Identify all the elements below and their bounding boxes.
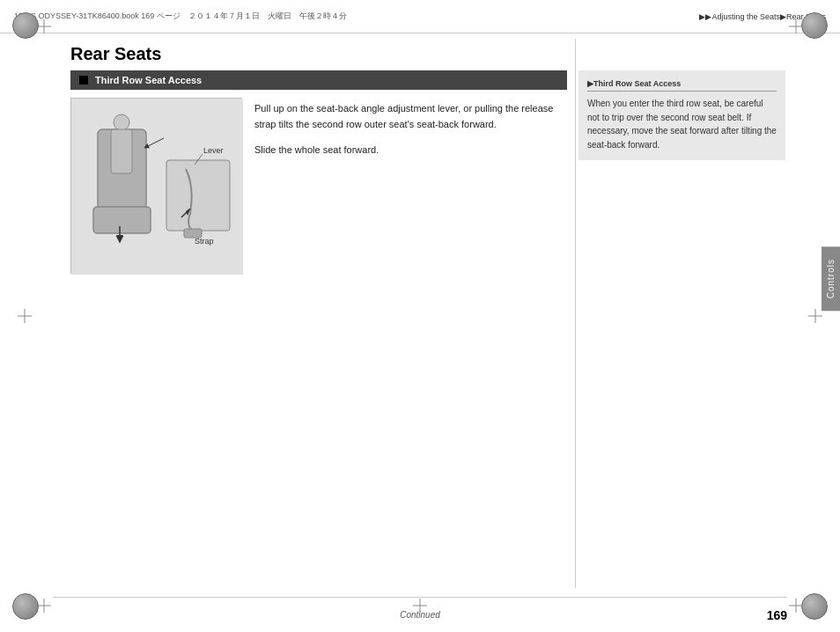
svg-rect-18 (111, 129, 132, 173)
paragraph-2: Slide the whole seat forward. (254, 143, 567, 158)
column-divider (575, 39, 576, 588)
seat-diagram-svg: Lever Strap (71, 99, 243, 275)
right-column: ▶Third Row Seat Access When you enter th… (578, 39, 785, 588)
bottom-bar: Continued 169 (53, 597, 787, 632)
paragraph-1: Pull up on the seat-back angle adjustmen… (254, 101, 567, 132)
svg-text:Lever: Lever (203, 146, 224, 155)
note-text: When you enter the third row seat, be ca… (587, 97, 777, 151)
deco-circle-br (801, 593, 828, 620)
body-text: Pull up on the seat-back angle adjustmen… (254, 98, 567, 274)
note-header: ▶Third Row Seat Access (587, 79, 777, 92)
svg-rect-16 (93, 207, 151, 233)
continued-label: Continued (298, 610, 542, 620)
seat-illustration: Lever Strap (70, 98, 242, 274)
section-icon (79, 76, 88, 85)
svg-rect-20 (166, 160, 230, 231)
left-column: Lever Strap (70, 92, 567, 588)
crosshair-left-mid (16, 307, 33, 325)
page-number: 169 (542, 608, 787, 622)
deco-circle-bl (12, 593, 39, 620)
page: 15 US ODYSSEY-31TK86400.book 169 ページ ２０１… (0, 0, 840, 632)
deco-circle-tl (12, 12, 39, 39)
header-meta: 15 US ODYSSEY-31TK86400.book 169 ページ ２０１… (14, 11, 699, 22)
page-title: Rear Seats (70, 44, 161, 64)
header: 15 US ODYSSEY-31TK86400.book 169 ページ ２０１… (0, 0, 840, 33)
svg-point-17 (114, 114, 129, 130)
note-box: ▶Third Row Seat Access When you enter th… (578, 70, 785, 160)
content-row: Lever Strap (70, 98, 567, 274)
controls-tab: Controls (822, 246, 840, 311)
deco-circle-tr (801, 12, 828, 39)
section-header: Third Row Seat Access (70, 70, 567, 90)
svg-text:Strap: Strap (195, 237, 214, 246)
